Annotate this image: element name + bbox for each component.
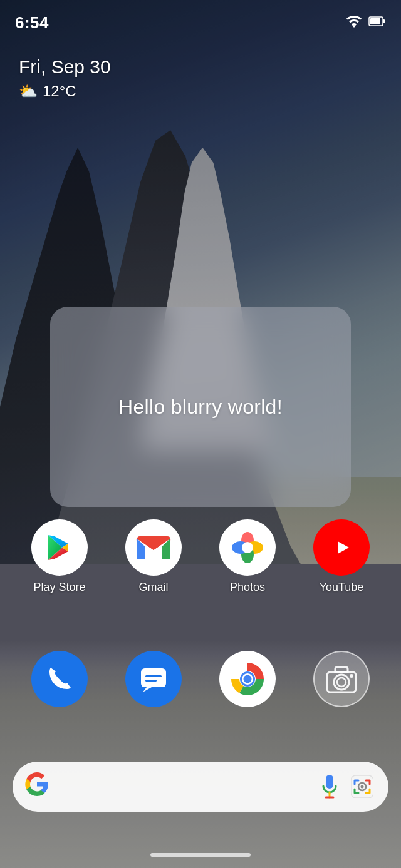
app-item-phone[interactable]: [19, 651, 100, 707]
battery-icon: [368, 15, 386, 30]
blur-card: Hello blurry world!: [50, 307, 351, 507]
mic-icon: [321, 775, 338, 799]
search-bar[interactable]: [13, 762, 388, 812]
search-lens-button[interactable]: [348, 773, 376, 800]
app-item-photos[interactable]: Photos: [207, 519, 288, 594]
youtube-logo: [324, 534, 359, 561]
svg-point-32: [361, 785, 364, 789]
chrome-logo: [231, 662, 264, 696]
svg-rect-1: [383, 19, 385, 23]
svg-marker-16: [143, 687, 152, 692]
svg-point-26: [350, 674, 353, 678]
camera-logo: [325, 665, 358, 693]
app-row-2: [0, 651, 401, 707]
gmail-logo: [136, 534, 171, 561]
app-item-gmail[interactable]: Gmail: [113, 519, 194, 594]
status-icons: [346, 15, 386, 30]
svg-point-22: [244, 675, 252, 683]
lens-icon: [351, 775, 373, 798]
playstore-logo: [43, 531, 76, 564]
youtube-icon-bg: [313, 519, 370, 576]
playstore-icon-bg: [31, 519, 88, 576]
messages-icon-bg: [125, 651, 182, 707]
app-row-1: Play Store Gmail: [0, 519, 401, 594]
app-item-playstore[interactable]: Play Store: [19, 519, 100, 594]
app-item-chrome[interactable]: [207, 651, 288, 707]
status-bar: 6:54: [0, 0, 401, 38]
svg-point-12: [242, 542, 253, 553]
svg-point-24: [334, 675, 349, 690]
svg-rect-17: [145, 675, 162, 677]
google-logo: [25, 772, 49, 796]
playstore-label: Play Store: [33, 581, 85, 594]
weather-row: ⛅ 12°C: [19, 83, 111, 100]
google-g-logo: [25, 772, 49, 802]
svg-point-25: [337, 678, 346, 687]
photos-logo: [231, 531, 264, 564]
search-mic-button[interactable]: [316, 773, 343, 800]
wifi-icon: [346, 15, 362, 30]
blur-card-text: Hello blurry world!: [118, 396, 283, 419]
youtube-label: YouTube: [320, 581, 364, 594]
app-item-messages[interactable]: [113, 651, 194, 707]
svg-rect-27: [326, 775, 333, 789]
home-indicator: [150, 853, 251, 857]
date-widget: Fri, Sep 30 ⛅ 12°C: [19, 56, 111, 100]
svg-rect-2: [370, 18, 380, 24]
temperature-text: 12°C: [43, 83, 76, 100]
gmail-icon-bg: [125, 519, 182, 576]
phone-icon-bg: [31, 651, 88, 707]
status-time: 6:54: [15, 13, 49, 33]
photos-label: Photos: [230, 581, 265, 594]
app-item-youtube[interactable]: YouTube: [301, 519, 382, 594]
camera-icon-bg: [313, 651, 370, 707]
phone-logo: [44, 664, 75, 694]
photos-icon-bg: [219, 519, 276, 576]
svg-rect-15: [141, 668, 166, 687]
app-item-camera[interactable]: [301, 651, 382, 707]
messages-logo: [138, 663, 169, 695]
svg-rect-18: [145, 680, 157, 682]
weather-icon: ⛅: [19, 83, 38, 100]
chrome-icon-bg: [219, 651, 276, 707]
gmail-label: Gmail: [138, 581, 168, 594]
date-text: Fri, Sep 30: [19, 56, 111, 78]
